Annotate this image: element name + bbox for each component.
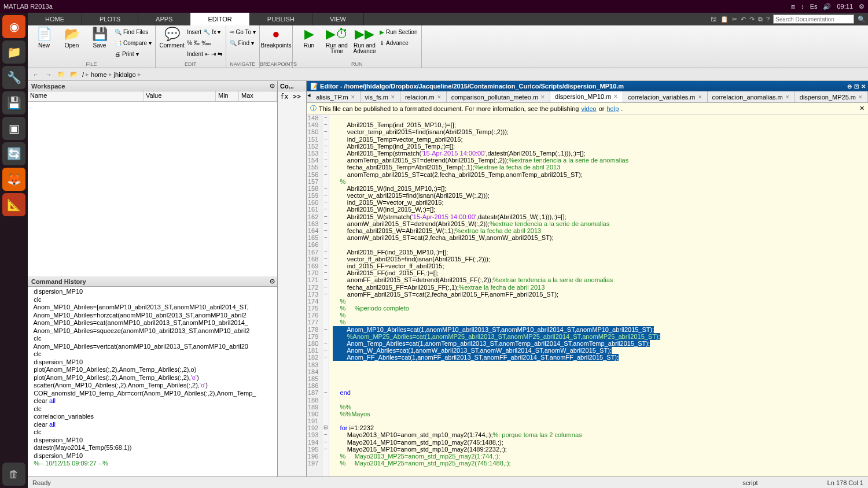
network-icon[interactable]: ↕	[801, 3, 804, 10]
history-item[interactable]: plot(Anom_MP10_Abriles(:,2),Anom_Temp_Ab…	[28, 374, 277, 382]
banner-close-icon[interactable]: ✕	[859, 105, 865, 112]
history-item[interactable]: Anom_MP10_Abriles=horzcat(anomMP10_abril…	[28, 312, 277, 320]
close-icon[interactable]: ✕	[861, 83, 866, 90]
qa-icon[interactable]: ✂	[732, 16, 737, 23]
maximize-icon[interactable]: ⊡	[854, 83, 859, 90]
history-item[interactable]: Anom_MP10_Abriles=cat(anomMP10_abril2013…	[28, 319, 277, 327]
tab-close-icon[interactable]: ✕	[698, 94, 703, 100]
history-item[interactable]: correlacion_variables	[28, 413, 277, 421]
find-button[interactable]: 🔍 Find ▾	[230, 38, 256, 48]
history-item[interactable]: clc	[28, 335, 277, 343]
matlab-icon[interactable]: 📐	[2, 193, 25, 216]
tab-close-icon[interactable]: ✕	[785, 94, 790, 100]
search-documentation[interactable]	[773, 14, 854, 24]
usb-icon[interactable]: 💾	[2, 91, 25, 114]
history-item[interactable]: Anom_MP10_Abriles=[anomMP10_abril2013_ST…	[28, 304, 277, 312]
tab-close-icon[interactable]: ✕	[351, 94, 355, 100]
history-item[interactable]: clear all	[28, 397, 277, 405]
tab-close-icon[interactable]: ✕	[858, 94, 863, 100]
history-item[interactable]: dispersion_MP10	[28, 452, 277, 460]
history-item[interactable]: datestr(Mayo2014_Temp(55:68,1))	[28, 444, 277, 452]
ribbon-tab-publish[interactable]: PUBLISH	[250, 13, 312, 25]
files-icon[interactable]: 📁	[2, 40, 25, 64]
forward-button[interactable]: →	[44, 70, 53, 79]
help-link[interactable]: help	[607, 105, 619, 112]
qa-icon[interactable]: ⧉	[758, 16, 763, 23]
back-button[interactable]: ←	[31, 70, 41, 79]
editor-code-area[interactable]: 1481491501511521531541551561571581591601…	[307, 114, 868, 476]
language-indicator[interactable]: Es	[810, 3, 818, 10]
run-section-button[interactable]: ▶ Run Section	[380, 27, 417, 37]
dash-icon[interactable]: ◉	[2, 15, 25, 38]
history-item[interactable]: Anom_MP10_Abriles=vertcat(anomMP10_abril…	[28, 343, 277, 351]
workspace-body[interactable]	[28, 102, 277, 276]
command-prompt[interactable]: fx >>	[278, 91, 306, 102]
history-item[interactable]: clc	[28, 428, 277, 437]
run-advance-button[interactable]: ▶▶Run and Advance	[352, 27, 377, 54]
history-item[interactable]: %-- 10/12/15 09:09:27 --%	[28, 460, 277, 468]
file-tab[interactable]: dispersion_MP10.m ✕	[550, 91, 623, 102]
qa-icon[interactable]: 🖫	[711, 16, 717, 23]
insert-button[interactable]: Insert 🔧 fx ▾	[187, 27, 222, 37]
settings-icon[interactable]: 🔧	[2, 66, 25, 89]
history-item[interactable]: Anom_MP10_Abriles=squeeze(anomMP10_abril…	[28, 327, 277, 335]
history-item[interactable]: dispersion_MP10	[28, 288, 277, 296]
up-button[interactable]: 📁	[57, 70, 66, 79]
qa-icon[interactable]: ↷	[749, 16, 755, 23]
history-item[interactable]: plot(Anom_MP10_Abriles(:,2),Anom_Temp_Ab…	[28, 366, 277, 374]
clock[interactable]: 09:11	[837, 3, 853, 10]
search-icon[interactable]: 🔍	[858, 16, 866, 23]
comment-button[interactable]: 💬Comment	[159, 27, 185, 59]
new-button[interactable]: 📄New	[31, 27, 57, 59]
compare-button[interactable]: 📑 Compare ▾	[115, 38, 152, 48]
save-button[interactable]: 💾Save	[87, 27, 112, 59]
panel-menu-icon[interactable]: ⊙	[270, 82, 275, 90]
file-tab[interactable]: comparison_pollutan_meteo.m ✕	[447, 91, 550, 102]
ribbon-tab-view[interactable]: VIEW	[312, 13, 364, 25]
qa-icon[interactable]: 📋	[720, 16, 729, 23]
tab-scroll-left[interactable]: ◂	[307, 91, 311, 102]
ribbon-tab-editor[interactable]: EDITOR	[190, 13, 249, 25]
goto-button[interactable]: ⇨ Go To ▾	[230, 27, 256, 37]
firefox-icon[interactable]: 🦊	[2, 168, 25, 191]
print-button[interactable]: 🖨 Print ▾	[115, 49, 152, 59]
tab-close-icon[interactable]: ✕	[437, 94, 442, 100]
history-item[interactable]: scatter(Anom_MP10_Abriles(:,2),Anom_Temp…	[28, 382, 277, 390]
minimize-icon[interactable]: ⊖	[847, 83, 852, 90]
history-item[interactable]: COR_anomstd_MP10_temp_Abr=corr(Anom_MP10…	[28, 390, 277, 398]
video-link[interactable]: video	[581, 105, 596, 112]
ribbon-tab-apps[interactable]: APPS	[138, 13, 190, 25]
comment-icons[interactable]: % ‰ ‱	[187, 38, 222, 48]
trash-icon[interactable]: 🗑	[2, 463, 25, 486]
open-button[interactable]: 📂Open	[59, 27, 84, 59]
history-item[interactable]: clc	[28, 350, 277, 358]
gear-icon[interactable]: ⚙	[859, 3, 865, 10]
help-icon[interactable]: ?	[766, 16, 770, 23]
history-item[interactable]: dispersion_MP10	[28, 358, 277, 367]
software-updater-icon[interactable]: 🔄	[2, 142, 25, 165]
terminal-icon[interactable]: ▣	[2, 117, 25, 140]
file-tab[interactable]: correlacion_variables.m ✕	[623, 91, 707, 102]
advance-button[interactable]: ⇓ Advance	[380, 38, 417, 48]
breakpoints-button[interactable]: ●Breakpoints	[263, 27, 289, 49]
history-item[interactable]: clear all	[28, 421, 277, 429]
history-list[interactable]: dispersion_MP10 clc Anom_MP10_Abriles=[a…	[28, 287, 277, 476]
dropbox-icon[interactable]: ⧈	[791, 3, 795, 10]
file-tab[interactable]: vis_fs.m ✕	[361, 91, 400, 102]
run-button[interactable]: ▶Run	[296, 27, 322, 54]
history-item[interactable]: clc	[28, 296, 277, 304]
file-tab[interactable]: correlacion_anomalias.m ✕	[708, 91, 795, 102]
file-tab[interactable]: alisis_TP.m ✕	[311, 91, 360, 102]
file-tab[interactable]: dispersion_MP25.m ✕	[795, 91, 868, 102]
folder-icon[interactable]: 📂	[69, 70, 79, 79]
history-item[interactable]: dispersion_MP10	[28, 437, 277, 445]
tab-close-icon[interactable]: ✕	[540, 94, 545, 100]
tab-close-icon[interactable]: ✕	[613, 94, 618, 99]
run-time-button[interactable]: ▶⏱Run and Time	[324, 27, 350, 54]
history-item[interactable]: clc	[28, 405, 277, 413]
tab-close-icon[interactable]: ✕	[391, 94, 395, 100]
ribbon-tab-home[interactable]: HOME	[28, 13, 82, 25]
sound-icon[interactable]: 🔊	[823, 3, 831, 10]
file-tab[interactable]: relacion.m ✕	[400, 91, 447, 102]
ribbon-tab-plots[interactable]: PLOTS	[82, 13, 138, 25]
